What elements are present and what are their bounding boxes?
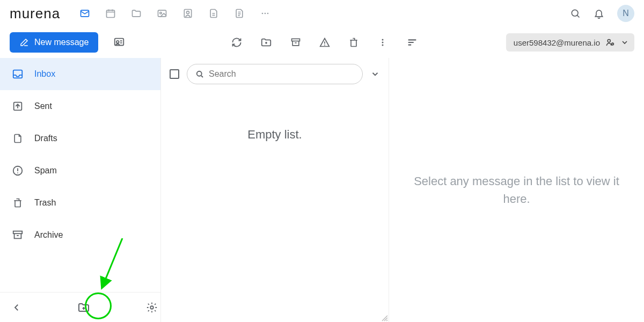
more-actions-icon[interactable] bbox=[377, 37, 388, 48]
sidebar-item-label: Trash bbox=[34, 198, 56, 208]
svg-point-6 bbox=[262, 13, 264, 14]
sidebar-item-label: Spam bbox=[34, 166, 57, 175]
brand-logo: murena bbox=[10, 5, 60, 22]
account-settings-icon bbox=[605, 38, 615, 47]
sidebar-item-label: Sent bbox=[34, 101, 52, 111]
account-email: user598432@murena.io bbox=[514, 38, 600, 47]
list-search-row bbox=[161, 58, 389, 90]
files-app-icon[interactable] bbox=[131, 8, 142, 19]
search-options-chevron-icon[interactable] bbox=[370, 69, 380, 79]
contacts-app-icon[interactable] bbox=[182, 8, 193, 19]
message-reader-pane: Select any message in the list to view i… bbox=[389, 58, 644, 322]
calendar-app-icon[interactable] bbox=[105, 8, 116, 19]
svg-point-9 bbox=[572, 10, 578, 16]
svg-point-25 bbox=[150, 306, 153, 309]
more-apps-icon[interactable] bbox=[260, 8, 270, 19]
sidebar-item-label: Drafts bbox=[34, 134, 57, 143]
svg-point-8 bbox=[267, 13, 269, 14]
drafts-icon bbox=[12, 133, 24, 144]
addressbook-icon[interactable] bbox=[113, 36, 125, 48]
folder-list: Inbox Sent Drafts Spam bbox=[0, 58, 160, 292]
search-icon[interactable] bbox=[570, 8, 581, 19]
inbox-icon bbox=[12, 68, 24, 80]
notes-app-icon[interactable] bbox=[208, 8, 219, 19]
add-folder-icon[interactable] bbox=[77, 301, 90, 314]
archive-action-icon[interactable] bbox=[290, 37, 301, 48]
user-avatar[interactable]: N bbox=[617, 5, 634, 22]
svg-point-7 bbox=[265, 13, 266, 14]
message-actions bbox=[231, 36, 418, 48]
archive-icon bbox=[12, 229, 24, 241]
sidebar-item-drafts[interactable]: Drafts bbox=[0, 122, 160, 155]
photos-app-icon[interactable] bbox=[157, 8, 167, 19]
list-search-field[interactable] bbox=[187, 64, 363, 84]
sidebar-footer bbox=[0, 292, 160, 322]
spam-action-icon[interactable] bbox=[319, 37, 330, 48]
svg-point-15 bbox=[382, 39, 384, 41]
svg-rect-24 bbox=[13, 231, 23, 234]
search-input[interactable] bbox=[209, 69, 355, 79]
mail-toolbar: New message user598432@murena.io bbox=[0, 27, 644, 58]
topbar-right: N bbox=[570, 5, 634, 22]
svg-point-18 bbox=[608, 39, 610, 42]
svg-rect-12 bbox=[292, 39, 300, 41]
svg-point-11 bbox=[116, 41, 119, 43]
account-selector[interactable]: user598432@murena.io bbox=[506, 33, 634, 52]
svg-point-17 bbox=[382, 45, 384, 46]
resize-handle-icon[interactable] bbox=[381, 314, 389, 322]
collapse-sidebar-icon[interactable] bbox=[12, 303, 21, 312]
trash-icon bbox=[12, 197, 24, 209]
refresh-icon[interactable] bbox=[231, 37, 242, 48]
svg-point-19 bbox=[612, 43, 613, 45]
app-switcher bbox=[79, 8, 270, 19]
svg-point-26 bbox=[197, 71, 202, 76]
svg-point-5 bbox=[187, 11, 189, 14]
svg-point-23 bbox=[17, 172, 18, 173]
sidebar-item-trash[interactable]: Trash bbox=[0, 187, 160, 219]
svg-point-16 bbox=[382, 42, 384, 43]
select-all-checkbox[interactable] bbox=[170, 69, 179, 79]
sidebar-item-label: Archive bbox=[34, 230, 63, 240]
sidebar-item-inbox[interactable]: Inbox bbox=[0, 58, 160, 90]
svg-point-3 bbox=[160, 12, 162, 14]
docs-app-icon[interactable] bbox=[234, 8, 245, 19]
search-glyph-icon bbox=[195, 69, 204, 79]
sidebar-item-label: Inbox bbox=[34, 69, 55, 79]
folder-sidebar: Inbox Sent Drafts Spam bbox=[0, 58, 161, 322]
svg-rect-14 bbox=[325, 45, 326, 46]
empty-list-label: Empty list. bbox=[161, 128, 389, 142]
svg-rect-1 bbox=[107, 10, 115, 17]
sidebar-item-sent[interactable]: Sent bbox=[0, 90, 160, 122]
notifications-icon[interactable] bbox=[594, 8, 604, 19]
sort-icon[interactable] bbox=[406, 36, 418, 48]
new-message-button[interactable]: New message bbox=[10, 32, 98, 53]
compose-icon bbox=[19, 38, 29, 47]
top-bar: murena N bbox=[0, 0, 644, 27]
sidebar-item-spam[interactable]: Spam bbox=[0, 155, 160, 187]
spam-icon bbox=[12, 165, 24, 177]
delete-action-icon[interactable] bbox=[348, 37, 359, 48]
reader-placeholder-text: Select any message in the list to view i… bbox=[405, 172, 628, 208]
move-to-folder-icon[interactable] bbox=[260, 36, 272, 48]
mail-app-icon[interactable] bbox=[79, 8, 90, 19]
sidebar-item-archive[interactable]: Archive bbox=[0, 219, 160, 251]
settings-icon[interactable] bbox=[146, 302, 158, 313]
message-list-pane: Empty list. bbox=[161, 58, 389, 322]
svg-rect-13 bbox=[325, 41, 326, 43]
new-message-label: New message bbox=[34, 38, 89, 47]
chevron-down-icon bbox=[620, 38, 629, 47]
main-area: Inbox Sent Drafts Spam bbox=[0, 58, 644, 322]
sent-icon bbox=[12, 100, 24, 112]
